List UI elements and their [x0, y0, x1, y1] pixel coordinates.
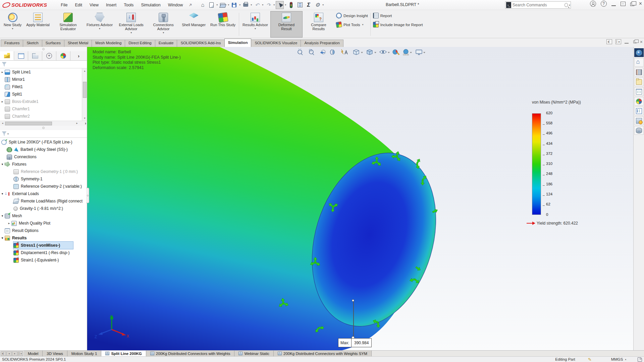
panel-flyout-handle[interactable] [86, 188, 89, 203]
feature-manager-tab[interactable] [0, 51, 14, 60]
first-tab-button[interactable] [1, 351, 6, 356]
tree-item-split1[interactable]: Split1 [0, 90, 87, 98]
menu-window[interactable]: Window [164, 1, 186, 9]
connections-advisor-caret-icon[interactable] [163, 31, 164, 34]
feature-tree-vertical-scrollbar[interactable] [82, 68, 87, 121]
doc-restore-button[interactable] [633, 41, 637, 43]
tab-features[interactable]: Features [1, 40, 23, 47]
rebuild-traffic-button[interactable] [287, 1, 295, 9]
display-style-icon[interactable] [367, 50, 372, 55]
select-tool-button[interactable] [276, 1, 284, 9]
results-advisor-caret-icon[interactable] [255, 27, 256, 30]
plot-tools-caret-icon[interactable] [362, 23, 364, 26]
tag-icon[interactable] [638, 357, 642, 362]
search-input[interactable] [513, 3, 565, 7]
zoom-fit-icon[interactable] [298, 49, 303, 55]
new-caret-icon[interactable] [216, 3, 218, 6]
display-manager-tab[interactable] [56, 51, 70, 60]
scrollbar-thumb[interactable] [5, 122, 52, 125]
redo-caret-icon[interactable] [273, 3, 275, 6]
tree-overflow-icon[interactable] [85, 121, 86, 126]
tree-item-split-line1[interactable]: Split Line1 [0, 68, 87, 76]
study-item-fixtures[interactable]: Fixtures [0, 161, 87, 168]
apply-scene-caret-icon[interactable] [410, 52, 412, 53]
hide-show-items-icon[interactable] [380, 51, 386, 54]
scroll-down-icon[interactable] [82, 116, 87, 121]
next-tab-button[interactable] [12, 351, 17, 356]
view-orientation-icon[interactable] [354, 50, 359, 55]
external-loads-advisor-button[interactable]: External Loads Advisor [115, 11, 147, 38]
undo-caret-icon[interactable] [262, 3, 263, 6]
view-palette-button[interactable] [634, 87, 644, 96]
new-study-caret-icon[interactable] [12, 27, 13, 30]
expander-icon[interactable] [0, 100, 5, 103]
file-explorer-button[interactable] [634, 77, 644, 86]
compare-results-button[interactable]: Compare Results [303, 11, 335, 38]
hide-show-caret-icon[interactable] [388, 52, 390, 53]
pin-menu-icon[interactable] [189, 2, 194, 8]
open-button[interactable] [219, 1, 227, 9]
fixtures-advisor-caret-icon[interactable] [99, 27, 100, 30]
study-root[interactable]: Split Line 200KG* (-FEA Split Line-) [0, 138, 87, 146]
study-item-external-loads[interactable]: External Loads [0, 190, 87, 197]
tab-200kg-distributed-connectors[interactable]: 200Kg Distributed Connectors with Weight… [146, 351, 235, 356]
units-selector[interactable]: MMGS [611, 357, 623, 361]
simulation-evaluator-button[interactable]: Simulation Evaluator [52, 11, 84, 38]
tab-analysis-preparation[interactable]: Analysis Preparation [301, 40, 343, 47]
units-caret-icon[interactable] [625, 358, 626, 361]
search-icon[interactable] [565, 3, 568, 7]
last-tab-button[interactable] [18, 351, 23, 356]
expander-icon[interactable] [0, 163, 5, 166]
deformed-result-button[interactable]: Deformed Result [270, 11, 303, 38]
run-this-study-button[interactable]: Run This Study [208, 11, 238, 38]
tab-direct-editing[interactable]: Direct Editing [125, 40, 155, 47]
apply-scene-icon[interactable] [403, 49, 409, 55]
study-item-remote-load[interactable]: Remote Load/Mass (Rigid connect [13, 197, 87, 205]
tab-webinar-static[interactable]: Webinar Static [234, 351, 274, 356]
scroll-right-icon[interactable] [74, 121, 79, 126]
doc-close-button[interactable] [640, 40, 643, 44]
view-orientation-caret-icon[interactable] [361, 52, 363, 53]
menu-tools[interactable]: Tools [120, 1, 137, 9]
tab-200kg-distributed-connectors-sym[interactable]: 200Kg Distributed Connectors with Weight… [274, 351, 372, 356]
fixtures-advisor-button[interactable]: Fixtures Advisor [84, 11, 115, 38]
dimxpert-manager-tab[interactable] [42, 51, 56, 60]
new-study-button[interactable]: New Study [1, 11, 24, 38]
collapse-left-pane-button[interactable] [606, 39, 612, 44]
apply-material-button[interactable]: Apply Material [24, 11, 52, 38]
print-caret-icon[interactable] [251, 3, 252, 6]
study-item-part[interactable]: Barbell (-Alloy Steel (SS)-) [7, 146, 87, 153]
include-image-for-report-button[interactable]: Include Image for Report [373, 22, 423, 27]
minimize-button[interactable] [611, 2, 616, 6]
display-style-caret-icon[interactable] [374, 52, 376, 53]
study-item-connections[interactable]: Connections [7, 153, 87, 161]
study-item-reference-geometry-1[interactable]: Reference Geometry-1 (:0 mm:) [13, 168, 87, 175]
menu-file[interactable]: File [57, 1, 71, 9]
tab-solidworks-visualize[interactable]: SOLIDWORKS Visualize [251, 40, 301, 47]
stress-legend[interactable]: von Mises (N/mm^2 (MPa)) 620 558 496 434… [529, 100, 627, 226]
new-document-button[interactable] [207, 1, 215, 9]
study-tree-filter[interactable] [0, 130, 87, 138]
feature-tree-horizontal-scrollbar[interactable] [0, 121, 87, 126]
home-button[interactable] [199, 1, 207, 9]
search-commands-box[interactable] [505, 1, 571, 9]
select-caret-icon[interactable] [285, 3, 286, 6]
panel-tab-overflow-button[interactable] [70, 51, 87, 60]
save-caret-icon[interactable] [239, 3, 240, 6]
options-button[interactable] [313, 1, 321, 9]
shell-manager-button[interactable]: Shell Manager [179, 11, 208, 38]
save-button[interactable] [230, 1, 238, 9]
threedexperience-pane-button[interactable] [634, 48, 644, 57]
print-button[interactable] [241, 1, 250, 9]
tab-3d-views[interactable]: 3D Views [43, 351, 67, 356]
previous-tab-button[interactable] [6, 351, 12, 356]
forum-button[interactable] [634, 116, 644, 125]
panel-splitter-top[interactable] [0, 47, 87, 51]
study-item-mesh[interactable]: Mesh [0, 212, 87, 220]
tab-evaluate[interactable]: Evaluate [155, 40, 177, 47]
search-caret-icon[interactable] [569, 4, 570, 7]
expander-icon[interactable] [0, 192, 5, 195]
study-item-gravity[interactable]: Gravity-1 (:-9.81 m/s^2:) [13, 205, 87, 212]
section-view-icon[interactable] [330, 50, 334, 55]
design-library-button[interactable] [634, 68, 644, 76]
